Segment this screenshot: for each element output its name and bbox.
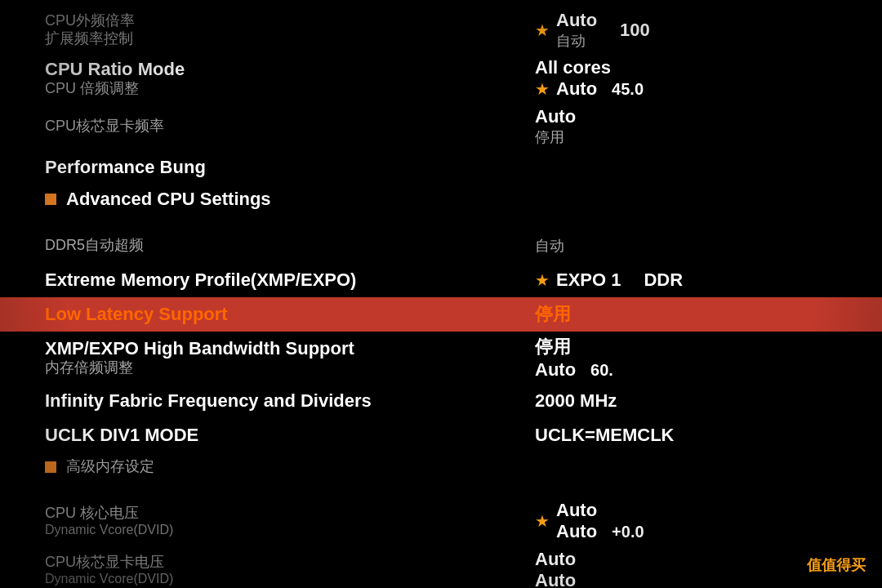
square-icon bbox=[45, 461, 56, 473]
value-pair: Auto Auto bbox=[535, 549, 576, 588]
extra-value: DDR bbox=[644, 270, 683, 291]
label-col: Performance Bung bbox=[45, 157, 535, 178]
label-en: Advanced CPU Settings bbox=[66, 189, 271, 210]
value-col: Auto Auto bbox=[535, 549, 833, 588]
value-col: UCLK=MEMCLK bbox=[535, 425, 833, 446]
value2: Auto bbox=[535, 359, 576, 381]
value: Auto bbox=[535, 106, 576, 127]
value: Auto bbox=[556, 500, 644, 521]
label-en: Infinity Fabric Frequency and Dividers bbox=[45, 390, 372, 412]
row-cpu-igpu-voltage: CPU核芯显卡电压 Dynamic Vcore(DVID) Auto Auto bbox=[0, 546, 882, 588]
label-col: CPU外频倍率 扩展频率控制 bbox=[45, 12, 535, 47]
value-col: Auto 停用 bbox=[535, 106, 833, 147]
bios-screen: CPU外频倍率 扩展频率控制 ★ Auto 自动 100 CPU Ratio M… bbox=[0, 0, 882, 588]
label-en: Extreme Memory Profile(XMP/EXPO) bbox=[45, 270, 356, 291]
row-low-latency[interactable]: Low Latency Support 停用 bbox=[0, 297, 882, 332]
label-cn: 内存倍频调整 bbox=[45, 359, 354, 377]
value-pair: 停用 Auto 60. bbox=[535, 335, 613, 381]
value-pair: Auto 停用 bbox=[535, 106, 576, 147]
value: 停用 bbox=[535, 302, 571, 327]
label-col: DDR5自动超频 bbox=[45, 237, 535, 255]
label-en: Dynamic Vcore(DVID) bbox=[45, 522, 173, 537]
row-cpu-ratio-mode: CPU Ratio Mode CPU 倍频调整 All cores ★ Auto… bbox=[0, 54, 882, 103]
value-cn: 停用 bbox=[535, 127, 576, 147]
row-advanced-cpu: Advanced CPU Settings bbox=[0, 185, 882, 214]
value-col: 2000 MHz bbox=[535, 390, 833, 412]
value: Auto bbox=[535, 549, 576, 570]
value2: Auto bbox=[556, 521, 597, 542]
label-en: CPU Ratio Mode bbox=[45, 59, 185, 80]
label-col: CPU 核心电压 Dynamic Vcore(DVID) bbox=[45, 505, 535, 538]
watermark: 值值得买 bbox=[800, 552, 872, 578]
extra-value: +0.0 bbox=[612, 523, 644, 541]
value-col: 自动 bbox=[535, 236, 833, 256]
two-line-label: XMP/EXPO High Bandwidth Support 内存倍频调整 bbox=[45, 338, 354, 377]
spacer-2 bbox=[0, 482, 882, 497]
label-cn: CPU 核心电压 bbox=[45, 505, 173, 523]
label-col: Low Latency Support bbox=[45, 304, 535, 325]
label-col: Infinity Fabric Frequency and Dividers bbox=[45, 390, 535, 412]
label-cn: DDR5自动超频 bbox=[45, 237, 144, 255]
value-en: All cores bbox=[535, 57, 644, 78]
label-cn2: 扩展频率控制 bbox=[45, 30, 135, 48]
two-line-label: CPU外频倍率 扩展频率控制 bbox=[45, 12, 135, 47]
star-icon: ★ bbox=[535, 20, 550, 40]
row-xmp-expo: Extreme Memory Profile(XMP/EXPO) ★ EXPO … bbox=[0, 263, 882, 297]
label-cn: CPU外频倍率 bbox=[45, 12, 135, 30]
value-en: Auto bbox=[556, 10, 597, 31]
extra-value: 100 bbox=[620, 20, 650, 41]
value: EXPO 1 bbox=[556, 270, 621, 291]
watermark-highlight: 值 bbox=[807, 557, 822, 573]
settings-list: CPU外频倍率 扩展频率控制 ★ Auto 自动 100 CPU Ratio M… bbox=[0, 0, 882, 588]
value-col: 停用 bbox=[535, 302, 833, 327]
value2: Auto bbox=[535, 570, 576, 588]
value-pair: Auto 自动 bbox=[556, 10, 597, 51]
spacer-1 bbox=[0, 214, 882, 229]
row-infinity-fabric: Infinity Fabric Frequency and Dividers 2… bbox=[0, 384, 882, 418]
label-cn: CPU 倍频调整 bbox=[45, 80, 185, 98]
star-icon: ★ bbox=[535, 79, 550, 99]
label-col: UCLK DIV1 MODE bbox=[45, 425, 535, 446]
label-col: 高级内存设定 bbox=[45, 458, 535, 476]
value-cn: 自动 bbox=[556, 31, 597, 51]
label-col: XMP/EXPO High Bandwidth Support 内存倍频调整 bbox=[45, 338, 535, 377]
two-line-label: CPU核芯显卡电压 Dynamic Vcore(DVID) bbox=[45, 554, 173, 587]
label-cn: CPU核芯显卡电压 bbox=[45, 554, 173, 572]
row-cpu-outer-freq: CPU外频倍率 扩展频率控制 ★ Auto 自动 100 bbox=[0, 7, 882, 54]
row-uclk-div1: UCLK DIV1 MODE UCLK=MEMCLK bbox=[0, 418, 882, 452]
value-pair: All cores ★ Auto 45.0 bbox=[535, 57, 644, 100]
star-icon: ★ bbox=[535, 270, 550, 290]
label-col: CPU核芯显卡频率 bbox=[45, 118, 535, 136]
watermark-text: 值得买 bbox=[822, 557, 866, 573]
label-en: Low Latency Support bbox=[45, 304, 228, 325]
value2: Auto bbox=[556, 78, 597, 100]
label-en: Performance Bung bbox=[45, 157, 206, 178]
value-cn: 自动 bbox=[535, 236, 564, 256]
row-advanced-mem: 高级内存设定 bbox=[0, 452, 882, 482]
two-line-label: CPU 核心电压 Dynamic Vcore(DVID) bbox=[45, 505, 173, 538]
value-col: ★ Auto Auto +0.0 bbox=[535, 500, 833, 542]
row-performance-bung: Performance Bung bbox=[0, 150, 882, 185]
square-icon bbox=[45, 194, 56, 205]
value: 停用 bbox=[535, 335, 613, 359]
label-cn: 高级内存设定 bbox=[66, 458, 154, 476]
label-cn2: Dynamic Vcore(DVID) bbox=[45, 571, 173, 586]
extra-value: 60. bbox=[590, 361, 613, 380]
label-col: CPU核芯显卡电压 Dynamic Vcore(DVID) bbox=[45, 554, 535, 587]
value-col: ★ Auto 自动 100 bbox=[535, 10, 833, 51]
value-col: All cores ★ Auto 45.0 bbox=[535, 57, 833, 100]
label-en: XMP/EXPO High Bandwidth Support bbox=[45, 338, 354, 359]
two-line-label: CPU Ratio Mode CPU 倍频调整 bbox=[45, 59, 185, 98]
value-col: 停用 Auto 60. bbox=[535, 335, 833, 381]
label-col: Extreme Memory Profile(XMP/EXPO) bbox=[45, 270, 535, 291]
row-xmp-hb: XMP/EXPO High Bandwidth Support 内存倍频调整 停… bbox=[0, 332, 882, 384]
label-col: Advanced CPU Settings bbox=[45, 189, 535, 210]
label-en: UCLK DIV1 MODE bbox=[45, 425, 198, 446]
value: UCLK=MEMCLK bbox=[535, 425, 675, 446]
value: 2000 MHz bbox=[535, 390, 617, 412]
row-ddr5-auto: DDR5自动超频 自动 bbox=[0, 229, 882, 263]
value-col: ★ EXPO 1 DDR bbox=[535, 270, 833, 291]
value-pair: Auto Auto +0.0 bbox=[556, 500, 644, 542]
label-col: CPU Ratio Mode CPU 倍频调整 bbox=[45, 59, 535, 98]
label-cn: CPU核芯显卡频率 bbox=[45, 118, 164, 136]
